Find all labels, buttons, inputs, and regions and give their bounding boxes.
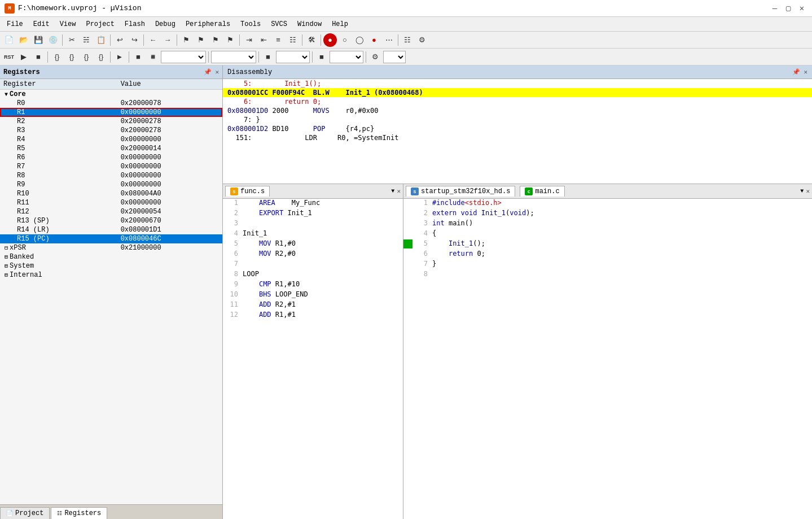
disassembly-close[interactable]: ✕ xyxy=(804,68,807,76)
disassembly-scroll[interactable]: 5: Init_1();0x080001CC F000F94C BL.W Ini… xyxy=(223,79,812,184)
tb-step1[interactable]: {} xyxy=(50,50,64,64)
funcs-line: 9 CMP R1,#10 xyxy=(223,280,403,290)
tb-next1[interactable]: ► xyxy=(113,50,126,64)
tb-step3[interactable]: {} xyxy=(80,50,93,64)
funcs-line: 11 ADD R2,#1 xyxy=(223,300,403,311)
startup-tab[interactable]: S startup_stm32f10x_hd.s xyxy=(406,186,515,197)
tb-find[interactable]: ● xyxy=(323,33,337,47)
tb-bookmark1[interactable]: ⚑ xyxy=(179,33,193,47)
disassembly-panel: Disassembly 📌 ✕ 5: Init_1();0x080001CC F… xyxy=(223,66,812,184)
left-tabs: 📄 Project ☷ Registers xyxy=(0,504,222,519)
project-tab-icon: 📄 xyxy=(6,510,13,517)
close-button[interactable]: ✕ xyxy=(796,3,807,14)
registers-scroll[interactable]: Register Value ▼CoreR00x20000078R10x0000… xyxy=(0,79,222,504)
tb-bookmark3[interactable]: ⚑ xyxy=(209,33,222,47)
tb-step2[interactable]: {} xyxy=(65,50,78,64)
registers-tab-icon: ☷ xyxy=(57,510,62,517)
line-content: #include<stdio.h> xyxy=(432,199,812,207)
mainc-line: 6 return 0; xyxy=(403,250,812,260)
title-controls[interactable]: — ▢ ✕ xyxy=(769,3,807,14)
menu-edit[interactable]: Edit xyxy=(29,19,54,29)
tb-dropdown4[interactable] xyxy=(330,51,363,63)
tb-find2[interactable]: ○ xyxy=(338,33,352,47)
funcs-scroll[interactable]: 1 AREA My_Func2 EXPORT Init_134Init_15 M… xyxy=(223,199,403,519)
menu-project[interactable]: Project xyxy=(81,19,118,29)
tb-stop[interactable]: ■ xyxy=(32,50,45,64)
tb-dropdown3[interactable] xyxy=(276,51,310,63)
mainc-scroll[interactable]: 1#include<stdio.h>2extern void Init_1(vo… xyxy=(403,199,812,519)
tb-open[interactable]: 📂 xyxy=(17,33,30,47)
line-content: ADD R1,#1 xyxy=(243,311,403,319)
tb-dbg1[interactable]: ■ xyxy=(131,50,145,64)
line-number: 9 xyxy=(223,280,243,288)
tb-settings[interactable]: ⚙ xyxy=(415,33,429,47)
tb-outdent[interactable]: ⇤ xyxy=(257,33,270,47)
tb-rst[interactable]: RST xyxy=(2,50,16,64)
funcs-close[interactable]: ✕ xyxy=(397,187,401,195)
tb-build[interactable]: 🛠 xyxy=(305,33,318,47)
project-tab-label: Project xyxy=(15,509,43,517)
tb-undo[interactable]: ↩ xyxy=(113,33,126,47)
disassembly-content: 5: Init_1();0x080001CC F000F94C BL.W Ini… xyxy=(223,79,812,184)
tb-run[interactable]: ▶ xyxy=(17,50,30,64)
reg-value: 0x00000000 xyxy=(117,153,222,162)
tb-dropdown2[interactable] xyxy=(211,51,256,63)
execution-arrow: ▶ xyxy=(406,239,410,248)
reg-name: R6 xyxy=(0,153,117,162)
menu-help[interactable]: Help xyxy=(327,19,353,29)
pin-icon[interactable]: 📌 xyxy=(204,68,212,76)
tb-bookmark4[interactable]: ⚑ xyxy=(223,33,237,47)
tb-redo[interactable]: ↪ xyxy=(128,33,141,47)
tab-project[interactable]: 📄 Project xyxy=(0,507,50,519)
mainc-dropdown-icon[interactable]: ▼ xyxy=(800,188,804,194)
disassembly-pin-icon[interactable]: 📌 xyxy=(792,68,800,76)
funcs-tab[interactable]: S func.s xyxy=(225,186,270,197)
tab-registers[interactable]: ☷ Registers xyxy=(51,507,107,519)
funcs-dropdown-icon[interactable]: ▼ xyxy=(391,188,394,194)
startup-tab-icon: S xyxy=(411,187,419,195)
tb-indent[interactable]: ⇥ xyxy=(242,33,256,47)
mainc-tab[interactable]: C main.c xyxy=(520,186,564,197)
menu-view[interactable]: View xyxy=(55,19,81,29)
mainc-close[interactable]: ✕ xyxy=(806,187,810,195)
tb-red1[interactable]: ● xyxy=(367,33,381,47)
tb-grid[interactable]: ☷ xyxy=(401,33,414,47)
disasm-line: 0x080001D0 2000 MOVS r0,#0x00 xyxy=(223,106,812,115)
menu-window[interactable]: Window xyxy=(293,19,326,29)
tb-step4[interactable]: {} xyxy=(94,50,108,64)
tb-dbg2[interactable]: ◾ xyxy=(146,50,160,64)
tb-nav-fwd[interactable]: → xyxy=(161,33,174,47)
restore-button[interactable]: ▢ xyxy=(783,3,794,14)
menu-flash[interactable]: Flash xyxy=(120,19,150,29)
tb-copy[interactable]: ☵ xyxy=(80,33,93,47)
disassembly-title: Disassembly xyxy=(227,68,272,76)
tb-find3[interactable]: ◯ xyxy=(353,33,366,47)
menu-tools[interactable]: Tools xyxy=(236,19,265,29)
registers-close[interactable]: ✕ xyxy=(215,68,219,76)
funcs-line: 4Init_1 xyxy=(223,229,403,239)
menu-peripherals[interactable]: Peripherals xyxy=(181,19,235,29)
line-number: 8 xyxy=(223,270,243,278)
tb-new[interactable]: 📄 xyxy=(2,33,16,47)
tb-nav-back[interactable]: ← xyxy=(146,33,160,47)
tb-format2[interactable]: ☷ xyxy=(286,33,300,47)
tb-dropdown1[interactable] xyxy=(161,51,206,63)
tb-tools[interactable]: ⚙ xyxy=(368,50,382,64)
menu-file[interactable]: File xyxy=(2,19,28,29)
tb-watch1[interactable]: ■ xyxy=(261,50,275,64)
menu-debug[interactable]: Debug xyxy=(151,19,180,29)
reg-value: 0x20000014 xyxy=(117,144,222,153)
tb-saveall[interactable]: 💿 xyxy=(46,33,60,47)
menu-svcs[interactable]: SVCS xyxy=(266,19,292,29)
mainc-header: S startup_stm32f10x_hd.s C main.c ▼ ✕ xyxy=(403,184,812,199)
tb-bookmark2[interactable]: ⚑ xyxy=(194,33,208,47)
tb-cut[interactable]: ✂ xyxy=(65,33,78,47)
tb-dropdown5[interactable] xyxy=(383,51,406,63)
tb-more[interactable]: ⋯ xyxy=(382,33,396,47)
tb-paste[interactable]: 📋 xyxy=(94,33,108,47)
tb-save[interactable]: 💾 xyxy=(32,33,45,47)
tb-mem1[interactable]: ■ xyxy=(315,50,328,64)
tb-format1[interactable]: ≡ xyxy=(271,33,285,47)
tb-sep11 xyxy=(129,51,129,63)
minimize-button[interactable]: — xyxy=(769,3,780,14)
